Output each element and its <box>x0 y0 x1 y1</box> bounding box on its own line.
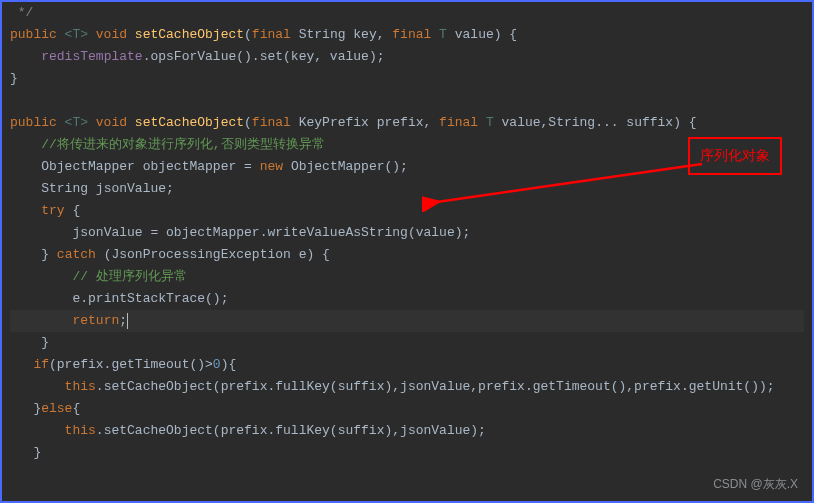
field-redistemplate: redisTemplate <box>41 49 142 64</box>
kw-return: return <box>72 313 119 328</box>
kw-this: this <box>65 379 96 394</box>
generic-t: <T> <box>65 27 88 42</box>
method-name: setCacheObject <box>135 115 244 130</box>
kw-catch: catch <box>57 247 104 262</box>
annotation-text: 序列化对象 <box>700 148 770 163</box>
comment-serialize: //将传进来的对象进行序列化,否则类型转换异常 <box>41 137 324 152</box>
kw-void: void <box>88 27 135 42</box>
kw-this: this <box>65 423 96 438</box>
kw-if: if <box>33 357 49 372</box>
kw-new: new <box>260 159 291 174</box>
brace-close: } <box>10 71 18 86</box>
current-line: return; <box>10 310 804 332</box>
text-cursor <box>127 313 128 329</box>
number-literal: 0 <box>213 357 221 372</box>
kw-try: try <box>41 203 72 218</box>
method-name: setCacheObject <box>135 27 244 42</box>
comment-end: */ <box>10 5 33 20</box>
code-editor[interactable]: */ public <T> void setCacheObject(final … <box>2 2 812 464</box>
kw-public: public <box>10 27 65 42</box>
annotation-callout: 序列化对象 <box>688 137 782 175</box>
comment-handle-exception: // 处理序列化异常 <box>72 269 186 284</box>
kw-else: else <box>41 401 72 416</box>
watermark-text: CSDN @灰灰.X <box>713 473 798 495</box>
